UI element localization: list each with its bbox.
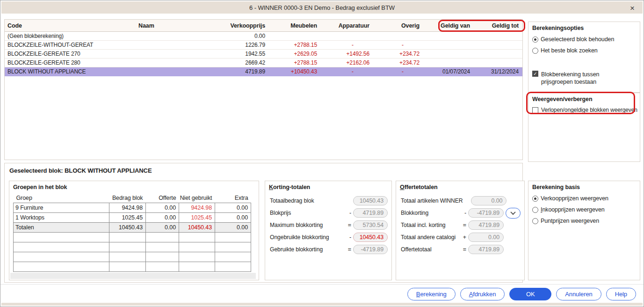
- selected-block-label: Geselecteerd blok: BLOCK WITHOUT APPLIAN…: [9, 167, 152, 174]
- table-row[interactable]: BLOCKZEILE-GEREATE 270 1942.55 +2629.05 …: [5, 50, 522, 58]
- value-field: 10450.43: [353, 233, 388, 242]
- cell-verkoopprijs: 2669.42: [224, 59, 269, 66]
- cell-niet-gebruikt: [179, 242, 215, 252]
- cell-geldig-tot: 31/12/2024: [474, 68, 522, 75]
- groepen-title: Groepen in het blok: [9, 181, 259, 190]
- korting-totalen-title: Korting-totalen: [265, 181, 391, 190]
- cell-niet-gebruikt: [179, 252, 215, 262]
- operator: -: [347, 210, 351, 216]
- cell-bedrag: 10450.43: [109, 222, 146, 232]
- footer-divider: [0, 284, 644, 285]
- cell-extra: [215, 252, 251, 262]
- radio-option[interactable]: Geselecteerd blok behouden: [532, 36, 640, 43]
- cell-meubelen: +2629.05: [269, 51, 321, 57]
- radio-icon: [532, 48, 538, 54]
- dropdown-slot: [506, 208, 521, 219]
- table-row[interactable]: BLOCK WITHOUT APPLIANCE 4719.89 +10450.4…: [5, 67, 522, 76]
- value-field: 0.00: [468, 233, 504, 242]
- radio-icon: [532, 207, 538, 213]
- cell-offerte: 0.00: [146, 222, 179, 232]
- cell-bedrag: [109, 262, 146, 271]
- value-field: 4719.89: [353, 208, 388, 218]
- ok-button[interactable]: OK: [509, 288, 551, 300]
- total-label: Gebruikte blokkorting: [270, 246, 345, 253]
- groepen-row: [14, 262, 251, 271]
- total-row: Offertetotaal = 4719.89: [401, 245, 521, 254]
- value-field: 10450.43: [353, 196, 388, 205]
- total-row: Maximum blokkorting = 5730.54: [270, 220, 388, 230]
- cell-code: BLOCK WITHOUT APPLIANCE: [5, 68, 136, 75]
- cell-offerte: [146, 242, 179, 252]
- table-row[interactable]: BLOCKZEILE-GEREATE 280 2669.42 +2788.15 …: [5, 58, 522, 67]
- dropdown-button[interactable]: [506, 208, 521, 219]
- cell-offerte: 0.00: [146, 212, 179, 222]
- col-extra: Extra: [215, 193, 251, 203]
- total-label: Offertetotaal: [401, 246, 460, 253]
- berekening-basis-radios: Verkoopprijzen weergeven Inkoopprijzen w…: [528, 195, 640, 224]
- value-field: -4719.89: [353, 245, 388, 254]
- radio-option[interactable]: Verkoopprijzen weergeven: [532, 195, 640, 202]
- radio-option[interactable]: Inkoopprijzen weergeven: [532, 206, 640, 213]
- cell-groep: [14, 252, 109, 262]
- cell-verkoopprijs: 0.00: [224, 33, 269, 39]
- col-groep: Groep: [14, 193, 109, 203]
- checkbox-label-line2: prijsgroepen toestaan: [541, 79, 596, 85]
- operator: =: [462, 222, 466, 228]
- offertetotalen-box: Offertetotalen Totaal artikelen WINNER 0…: [396, 181, 525, 280]
- window-title: 6 - WINNER 0000-3 EN Demo - Bedrag exclu…: [249, 4, 395, 11]
- groepen-hscrollbar[interactable]: [10, 273, 256, 279]
- berekening-button[interactable]: Berekening: [407, 288, 456, 300]
- radio-option[interactable]: Puntprijzen weergeven: [532, 218, 640, 224]
- cell-niet-gebruikt: 9424.98: [179, 203, 215, 212]
- table-row[interactable]: BLOCKZEILE-WITHOUT-GEREAT 1226.79 +2788.…: [5, 41, 522, 50]
- cell-code: (Geen blokberekening): [5, 33, 136, 39]
- button-bar: Berekening Afdrukken OK Annuleren Help: [407, 288, 636, 300]
- cell-groep: Totalen: [14, 222, 109, 232]
- cell-overig: +234.72: [373, 51, 423, 57]
- total-row: Gebruikte blokkorting = -4719.89: [270, 245, 388, 254]
- col-code: Code: [5, 22, 136, 29]
- cell-apparatuur: -: [321, 42, 373, 48]
- total-row: Totaalbedrag blok 10450.43: [270, 196, 388, 205]
- berekening-basis-box: Berekening basis Verkoopprijzen weergeve…: [528, 181, 640, 280]
- radio-label: Inkoopprijzen weergeven: [541, 206, 605, 213]
- cell-code: BLOCKZEILE-GEREATE 270: [5, 51, 136, 57]
- cell-groep: [14, 262, 109, 271]
- col-niet-gebruikt: Niet gebruikt: [179, 193, 215, 203]
- cell-overig: +234.72: [373, 59, 423, 66]
- total-label: Totaal artikelen WINNER: [401, 197, 463, 204]
- help-button[interactable]: Help: [606, 288, 636, 300]
- offertetotalen-title: Offertetotalen: [396, 181, 524, 190]
- korting-totalen-box: Korting-totalen Totaalbedrag blok 10450.…: [265, 181, 392, 280]
- cell-niet-gebruikt: 10450.43: [179, 222, 215, 232]
- radio-icon: [532, 196, 538, 202]
- cell-apparatuur: +1492.56: [321, 51, 373, 57]
- total-label: Blokprijs: [270, 210, 345, 216]
- groepen-row: [14, 232, 251, 242]
- annuleren-button[interactable]: Annuleren: [556, 288, 601, 300]
- checkbox-label: Verlopen/ongeldige blokken weergeven: [541, 107, 637, 113]
- checkbox-blokberekening[interactable]: Blokberekening tussen prijsgroepen toest…: [532, 71, 599, 86]
- cell-verkoopprijs: 1942.55: [224, 51, 269, 57]
- operator: =: [462, 246, 466, 253]
- groepen-box: Groepen in het blok Groep Bedrag blok Of…: [9, 181, 259, 280]
- afdrukken-button[interactable]: Afdrukken: [460, 288, 505, 300]
- groepen-row: [14, 242, 251, 252]
- table-row[interactable]: (Geen blokberekening) 0.00: [5, 32, 522, 41]
- value-field: 0.00: [471, 196, 507, 205]
- col-verkoopprijs: Verkoopprijs: [224, 22, 269, 29]
- radio-option[interactable]: Het beste blok zoeken: [532, 47, 640, 54]
- radio-icon: [532, 218, 538, 224]
- col-geldig-van: Geldig van: [423, 22, 474, 29]
- cell-extra: [215, 262, 251, 271]
- cell-extra: [215, 242, 251, 252]
- cell-bedrag: 1025.45: [109, 212, 146, 222]
- checkbox-verlopen-blokken[interactable]: Verlopen/ongeldige blokken weergeven: [532, 107, 640, 113]
- total-label: Blokkorting: [401, 210, 460, 216]
- total-label: Totaalbedrag blok: [270, 197, 345, 204]
- value-field: 5730.54: [353, 220, 388, 230]
- cell-bedrag: [109, 232, 146, 242]
- operator: =: [347, 222, 351, 228]
- operator: =: [347, 246, 351, 253]
- close-icon[interactable]: ×: [628, 4, 637, 13]
